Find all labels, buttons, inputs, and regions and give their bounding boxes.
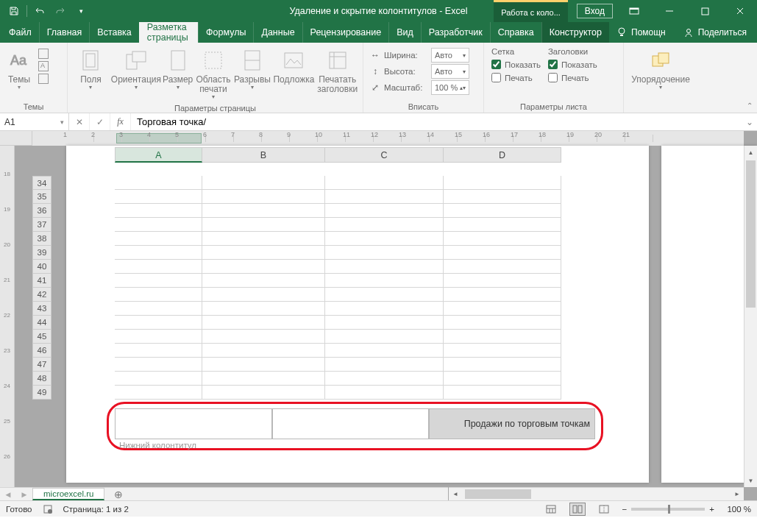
cell[interactable]: [444, 232, 561, 246]
row-header-42[interactable]: 42: [32, 288, 51, 302]
cell[interactable]: [444, 246, 561, 260]
cell[interactable]: [444, 190, 561, 204]
cell[interactable]: [444, 372, 561, 386]
cell[interactable]: [115, 288, 202, 302]
col-header-B[interactable]: B: [202, 147, 325, 163]
cell[interactable]: [325, 204, 444, 218]
view-normal-icon[interactable]: [543, 503, 559, 516]
cell[interactable]: [202, 204, 325, 218]
cell[interactable]: [202, 260, 325, 274]
formula-input[interactable]: [131, 113, 742, 130]
background-button[interactable]: Подложка: [272, 46, 315, 86]
cell[interactable]: [115, 176, 202, 190]
collapse-ribbon-icon[interactable]: ⌃: [747, 102, 753, 110]
tab-view[interactable]: Вид: [388, 22, 421, 43]
theme-fonts-icon[interactable]: A: [38, 61, 49, 71]
fx-icon[interactable]: fx: [110, 113, 131, 130]
cell[interactable]: [325, 260, 444, 274]
cell[interactable]: [202, 218, 325, 232]
name-box[interactable]: A1: [0, 113, 69, 130]
cell[interactable]: [115, 302, 202, 316]
tab-formulas[interactable]: Формулы: [198, 22, 253, 43]
vertical-ruler[interactable]: 181920212223242526: [0, 146, 15, 487]
cell[interactable]: [202, 288, 325, 302]
cell[interactable]: [444, 204, 561, 218]
tell-me[interactable]: Помощн: [609, 22, 673, 43]
headings-view-checkbox[interactable]: Показать: [548, 60, 597, 69]
zoom-slider[interactable]: [631, 508, 705, 511]
tab-help[interactable]: Справка: [490, 22, 541, 43]
col-header-C[interactable]: C: [325, 147, 444, 163]
cell[interactable]: [325, 330, 444, 344]
scale-row[interactable]: ⤢Масштаб:100 %▴▾: [366, 79, 472, 96]
sheet-nav-prev-icon[interactable]: ◄: [0, 490, 16, 499]
row-header-34[interactable]: 34: [32, 176, 51, 190]
col-header-A[interactable]: A: [115, 147, 202, 163]
cell[interactable]: [325, 302, 444, 316]
cell[interactable]: [115, 358, 202, 372]
vertical-scrollbar[interactable]: ▲ ▼: [744, 146, 757, 487]
footer-left[interactable]: [115, 408, 272, 439]
tab-designer[interactable]: Конструктор: [541, 22, 609, 43]
horizontal-ruler[interactable]: 123456789101112131415161718192021: [32, 131, 744, 146]
cell[interactable]: [444, 260, 561, 274]
tab-review[interactable]: Рецензирование: [302, 22, 389, 43]
theme-effects-icon[interactable]: [38, 74, 49, 84]
cell[interactable]: [444, 176, 561, 190]
theme-colors-icon[interactable]: [38, 49, 49, 59]
tab-data[interactable]: Данные: [253, 22, 302, 43]
vscroll-thumb[interactable]: [746, 160, 756, 308]
cell[interactable]: [115, 330, 202, 344]
cell[interactable]: [202, 302, 325, 316]
cell[interactable]: [202, 274, 325, 288]
footer-center[interactable]: [272, 408, 430, 439]
tab-file[interactable]: Файл: [1, 22, 39, 43]
tab-insert[interactable]: Вставка: [89, 22, 138, 43]
col-header-D[interactable]: D: [444, 147, 561, 163]
enter-fx-icon[interactable]: ✓: [90, 113, 110, 130]
row-header-36[interactable]: 36: [32, 204, 51, 218]
macro-record-icon[interactable]: [43, 504, 53, 514]
cell[interactable]: [444, 316, 561, 330]
cell[interactable]: [444, 218, 561, 232]
maximize-icon[interactable]: [688, 0, 722, 22]
cell[interactable]: [325, 232, 444, 246]
cell[interactable]: [444, 358, 561, 372]
row-header-45[interactable]: 45: [32, 330, 51, 344]
row-header-41[interactable]: 41: [32, 274, 51, 288]
footer-right[interactable]: Продажи по торговым точкам: [429, 408, 595, 439]
horizontal-scrollbar[interactable]: ◄ ►: [449, 487, 744, 500]
cell[interactable]: [202, 232, 325, 246]
scroll-up-icon[interactable]: ▲: [744, 146, 757, 159]
qat-customize-icon[interactable]: ▾: [71, 1, 90, 21]
cell[interactable]: [115, 274, 202, 288]
cell[interactable]: [115, 246, 202, 260]
orientation-button[interactable]: Ориентация▾: [111, 46, 161, 93]
view-page-layout-icon[interactable]: [569, 503, 586, 516]
cell[interactable]: [115, 260, 202, 274]
row-header-47[interactable]: 47: [32, 358, 51, 372]
cell[interactable]: [325, 288, 444, 302]
cell[interactable]: [202, 358, 325, 372]
sheet-tab-active[interactable]: microexcel.ru: [32, 488, 104, 500]
cell[interactable]: [202, 330, 325, 344]
arrange-button[interactable]: Упорядочение▾: [627, 46, 694, 93]
row-headers[interactable]: 34353637383940414243444546474849: [32, 176, 51, 400]
cell[interactable]: [115, 204, 202, 218]
undo-icon[interactable]: [30, 1, 49, 21]
margins-button[interactable]: Поля▾: [71, 46, 111, 93]
cell[interactable]: [115, 372, 202, 386]
size-button[interactable]: Размер▾: [161, 46, 194, 93]
close-icon[interactable]: [723, 0, 757, 22]
cell[interactable]: [115, 190, 202, 204]
cell[interactable]: [325, 218, 444, 232]
ribbon-options-icon[interactable]: [617, 0, 651, 22]
share-button[interactable]: Поделиться: [673, 22, 757, 43]
row-header-38[interactable]: 38: [32, 232, 51, 246]
add-sheet-icon[interactable]: ⊕: [110, 489, 127, 500]
hscroll-thumb[interactable]: [465, 489, 531, 499]
cell[interactable]: [202, 176, 325, 190]
select-all-corner[interactable]: [0, 131, 32, 146]
tab-page-layout[interactable]: Разметка страницы: [139, 22, 198, 43]
width-row[interactable]: ↔Ширина:Авто▾: [366, 47, 472, 63]
